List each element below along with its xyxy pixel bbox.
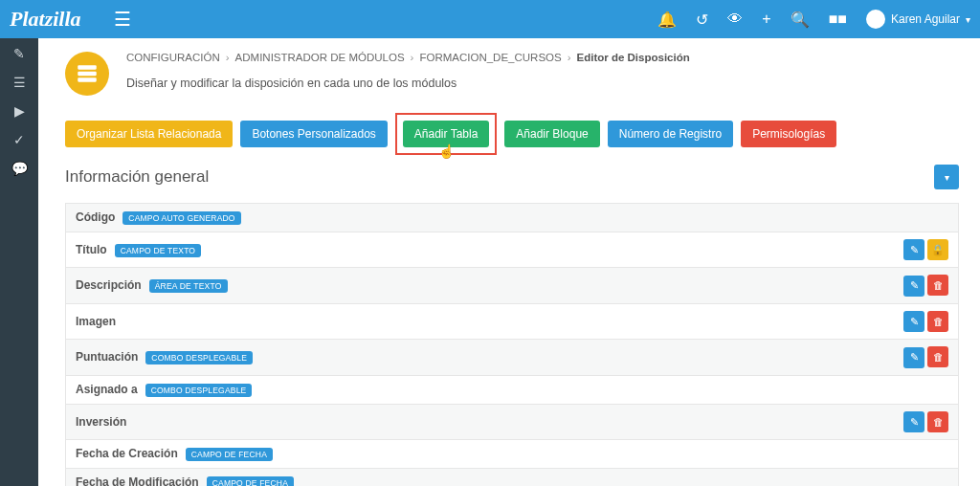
field-type-tag: CAMPO DE FECHA [207, 476, 294, 486]
table-row: Fecha de ModificaciónCAMPO DE FECHA [66, 469, 959, 487]
svg-rect-1 [78, 72, 97, 76]
breadcrumb-item[interactable]: ADMINISTRADOR DE MÓDULOS [235, 52, 405, 63]
field-label: Fecha de Modificación [76, 475, 199, 486]
delete-button[interactable]: 🗑 [927, 311, 948, 332]
plus-icon[interactable]: + [762, 11, 770, 28]
edit-icon[interactable]: ✎ [13, 46, 25, 61]
field-type-tag: CAMPO DE FECHA [186, 448, 273, 461]
caret-down-icon: ▾ [945, 172, 949, 183]
highlight-box: Añadir Tabla ☝ [395, 113, 498, 155]
field-type-tag: COMBO DESPLEGABLE [145, 351, 253, 364]
topbar: Platzilla ☰ 🔔 ↺ 👁 + 🔍 ■■ Karen Aguilar ▾ [0, 0, 980, 38]
table-row: CódigoCAMPO AUTO GENERADO [66, 204, 959, 232]
row-actions: ✎🔒 [882, 232, 959, 268]
field-cell: DescripciónÁREA DE TEXTO [66, 268, 882, 304]
section-title: Información general [65, 167, 934, 187]
field-cell: Fecha de ModificaciónCAMPO DE FECHA [66, 469, 882, 487]
svg-rect-2 [78, 77, 97, 81]
table-row: DescripciónÁREA DE TEXTO✎🗑 [66, 268, 959, 304]
row-actions: ✎🗑 [882, 340, 959, 376]
grid-icon[interactable]: ■■ [829, 11, 847, 28]
menu-toggle-icon[interactable]: ☰ [100, 8, 145, 31]
field-label: Descripción [76, 278, 142, 292]
anadir-tabla-button[interactable]: Añadir Tabla [403, 121, 490, 147]
permisologias-button[interactable]: Permisologías [741, 121, 836, 147]
field-label: Imagen [76, 315, 116, 328]
field-type-tag: ÁREA DE TEXTO [149, 279, 228, 293]
chat-icon[interactable]: 💬 [11, 161, 28, 176]
page-subtitle: Diseñar y modificar la disposición en ca… [126, 77, 959, 90]
row-actions [882, 375, 959, 404]
username: Karen Aguilar [891, 12, 960, 26]
field-label: Título [76, 243, 107, 256]
anadir-bloque-button[interactable]: Añadir Bloque [504, 121, 599, 147]
edit-button[interactable]: ✎ [903, 347, 924, 368]
lock-button[interactable]: 🔒 [927, 239, 948, 260]
table-row: Inversión✎🗑 [66, 404, 959, 440]
breadcrumb: CONFIGURACIÓN › ADMINISTRADOR DE MÓDULOS… [126, 52, 959, 63]
table-row: Asignado aCOMBO DESPLEGABLE [66, 375, 959, 404]
table-row: Imagen✎🗑 [66, 303, 959, 340]
content-scroll[interactable]: CONFIGURACIÓN › ADMINISTRADOR DE MÓDULOS… [38, 38, 980, 486]
list-icon[interactable]: ☰ [13, 75, 26, 90]
chevron-right-icon: › [568, 52, 571, 63]
field-label: Asignado a [76, 383, 138, 396]
chevron-right-icon: › [411, 52, 414, 63]
edit-button[interactable]: ✎ [903, 311, 924, 332]
row-actions [882, 469, 959, 487]
delete-button[interactable]: 🗑 [927, 346, 948, 367]
collapse-button[interactable]: ▾ [934, 165, 959, 189]
breadcrumb-item[interactable]: FORMACION_DE_CURSOS [419, 52, 561, 63]
field-label: Inversión [76, 415, 126, 429]
delete-button[interactable]: 🗑 [927, 275, 948, 296]
field-type-tag: COMBO DESPLEGABLE [145, 384, 253, 397]
field-cell: Inversión [66, 404, 882, 440]
play-icon[interactable]: ▶ [14, 103, 25, 119]
botones-button[interactable]: Botones Personalizados [240, 121, 387, 147]
row-actions [882, 440, 959, 469]
layout-stack-icon [75, 61, 100, 86]
edit-button[interactable]: ✎ [903, 411, 924, 432]
search-icon[interactable]: 🔍 [791, 11, 810, 29]
field-cell: CódigoCAMPO AUTO GENERADO [66, 204, 882, 232]
field-type-tag: CAMPO DE TEXTO [115, 244, 202, 257]
chevron-down-icon: ▾ [966, 14, 970, 25]
user-menu[interactable]: Karen Aguilar ▾ [866, 10, 970, 29]
field-cell: TítuloCAMPO DE TEXTO [66, 232, 882, 268]
bell-icon[interactable]: 🔔 [657, 11, 677, 29]
history-icon[interactable]: ↺ [696, 11, 708, 29]
svg-rect-0 [78, 65, 97, 69]
table-row: Fecha de CreaciónCAMPO DE FECHA [66, 440, 959, 469]
field-label: Fecha de Creación [76, 447, 178, 460]
field-cell: PuntuaciónCOMBO DESPLEGABLE [66, 340, 882, 376]
numero-registro-button[interactable]: Número de Registro [608, 121, 733, 147]
topbar-actions: 🔔 ↺ 👁 + 🔍 ■■ Karen Aguilar ▾ [657, 10, 970, 29]
row-actions: ✎🗑 [882, 303, 959, 340]
eye-icon[interactable]: 👁 [727, 11, 743, 28]
brand-logo[interactable]: Platzilla [10, 7, 100, 32]
chevron-right-icon: › [226, 52, 230, 63]
row-actions: ✎🗑 [882, 404, 959, 440]
field-label: Puntuación [76, 350, 138, 364]
edit-button[interactable]: ✎ [903, 276, 924, 297]
fields-table: CódigoCAMPO AUTO GENERADOTítuloCAMPO DE … [65, 203, 959, 486]
breadcrumb-item[interactable]: CONFIGURACIÓN [126, 52, 220, 63]
field-cell: Asignado aCOMBO DESPLEGABLE [66, 375, 882, 404]
row-actions: ✎🗑 [882, 268, 959, 304]
table-row: TítuloCAMPO DE TEXTO✎🔒 [66, 232, 959, 268]
avatar [866, 10, 885, 29]
organizar-button[interactable]: Organizar Lista Relacionada [65, 121, 233, 147]
field-label: Código [76, 210, 115, 224]
actions-row: Organizar Lista Relacionada Botones Pers… [65, 113, 959, 155]
field-cell: Imagen [66, 303, 882, 340]
table-row: PuntuaciónCOMBO DESPLEGABLE✎🗑 [66, 340, 959, 376]
field-type-tag: CAMPO AUTO GENERADO [122, 211, 240, 225]
delete-button[interactable]: 🗑 [927, 411, 948, 432]
row-actions [882, 204, 959, 232]
module-icon [65, 52, 109, 96]
breadcrumb-current: Editor de Disposición [577, 52, 690, 63]
check-icon[interactable]: ✓ [13, 132, 25, 147]
edit-button[interactable]: ✎ [903, 239, 924, 260]
field-cell: Fecha de CreaciónCAMPO DE FECHA [66, 440, 882, 469]
left-rail: ✎ ☰ ▶ ✓ 💬 [0, 38, 38, 486]
